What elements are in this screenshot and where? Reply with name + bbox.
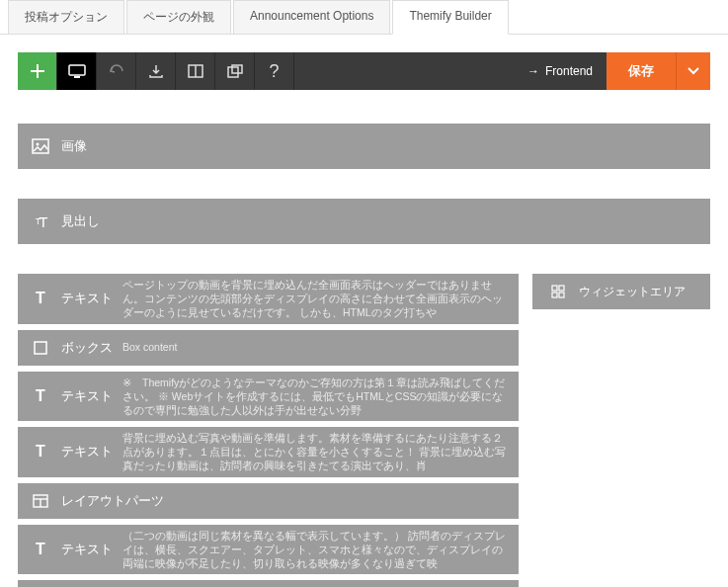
desktop-view-button[interactable]: [57, 52, 97, 90]
tab-themify-builder[interactable]: Themify Builder: [392, 0, 508, 35]
builder-toolbar: ? → Frontend 保存: [18, 52, 710, 90]
svg-rect-18: [559, 293, 564, 297]
builder-column-side: ウィジェットエリア: [532, 274, 710, 315]
svg-rect-0: [69, 65, 85, 75]
module-widget-area[interactable]: ウィジェットエリア: [532, 274, 710, 309]
svg-rect-15: [552, 286, 557, 291]
heading-icon: TT: [30, 213, 51, 230]
svg-rect-16: [559, 286, 564, 291]
image-icon: [30, 138, 51, 154]
tab-post-options[interactable]: 投稿オプション: [8, 0, 124, 34]
grid-icon: [547, 285, 569, 298]
frontend-label: Frontend: [545, 64, 593, 78]
builder-column-main: T テキスト ページトップの動画を背景に埋め込んだ全画面表示はヘッダーではありま…: [18, 274, 519, 587]
text-icon: T: [30, 541, 51, 558]
svg-rect-4: [228, 67, 238, 77]
help-button[interactable]: ?: [255, 52, 294, 90]
save-button[interactable]: 保存: [607, 52, 677, 90]
module-label: テキスト: [61, 541, 113, 558]
tab-page-appearance[interactable]: ページの外観: [126, 0, 231, 34]
module-preview: 背景に埋め込む写真や動画を準備します。素材を準備するにあたり注意する２点がありま…: [122, 431, 507, 473]
module-label: 画像: [61, 137, 87, 155]
module-preview: （二つの動画は同じ素材を異なる幅で表示しています。） 訪問者のディスプレイは、横…: [122, 529, 507, 571]
module-preview: ※ Themifyがどのようなテーマなのかご存知の方は第１章は読み飛ばしてくださ…: [122, 376, 507, 418]
builder-canvas: 画像 TT 見出し T テキスト ページトップの動画を背景に埋め込んだ全画面表示…: [18, 124, 710, 587]
module-label: 見出し: [61, 212, 100, 230]
module-label: レイアウトパーツ: [61, 492, 164, 510]
module-label: ウィジェットエリア: [579, 285, 686, 299]
builder-panel: ? → Frontend 保存 画像 TT 見出し: [0, 35, 728, 587]
module-text[interactable]: T テキスト 背景に埋め込む写真や動画を準備します。素材を準備するにあたり注意す…: [18, 427, 519, 477]
module-label: テキスト: [61, 387, 113, 405]
add-button[interactable]: [18, 52, 57, 90]
text-icon: T: [30, 387, 51, 405]
module-label: ボックス: [61, 339, 113, 357]
module-image[interactable]: 画像: [18, 124, 710, 169]
module-layout-part[interactable]: レイアウトパーツ: [18, 483, 519, 519]
module-text[interactable]: T テキスト ページトップの動画を背景に埋め込んだ全画面表示はヘッダーではありま…: [18, 274, 519, 324]
duplicate-button[interactable]: [215, 52, 255, 90]
module-preview: Box content: [122, 340, 507, 354]
module-layout-part[interactable]: レイアウトパーツ: [18, 580, 519, 587]
svg-rect-5: [232, 65, 242, 73]
layout-icon: [30, 494, 51, 508]
module-label: テキスト: [61, 443, 113, 461]
builder-row: T テキスト ページトップの動画を背景に埋め込んだ全画面表示はヘッダーではありま…: [18, 274, 710, 587]
module-text[interactable]: T テキスト （二つの動画は同じ素材を異なる幅で表示しています。） 訪問者のディ…: [18, 525, 519, 575]
tab-announcement-options[interactable]: Announcement Options: [233, 0, 390, 34]
svg-rect-1: [74, 76, 80, 78]
undo-button[interactable]: [97, 52, 136, 90]
text-icon: T: [30, 443, 51, 461]
svg-rect-17: [552, 293, 557, 297]
svg-rect-8: [35, 342, 46, 354]
arrow-right-icon: →: [527, 64, 539, 78]
module-preview: ページトップの動画を背景に埋め込んだ全画面表示はヘッダーではありません。コンテン…: [122, 278, 507, 320]
svg-point-7: [37, 143, 40, 146]
save-dropdown-button[interactable]: [677, 52, 710, 90]
layout-button[interactable]: [176, 52, 215, 90]
module-box[interactable]: ボックス Box content: [18, 330, 519, 366]
module-text[interactable]: T テキスト ※ Themifyがどのようなテーマなのかご存知の方は第１章は読み…: [18, 372, 519, 422]
page-tabs: 投稿オプション ページの外観 Announcement Options Them…: [0, 0, 728, 35]
import-button[interactable]: [136, 52, 176, 90]
text-icon: T: [30, 290, 51, 307]
frontend-link[interactable]: → Frontend: [514, 64, 607, 78]
module-label: テキスト: [61, 290, 113, 307]
box-icon: [30, 341, 51, 355]
module-heading[interactable]: TT 見出し: [18, 199, 710, 244]
